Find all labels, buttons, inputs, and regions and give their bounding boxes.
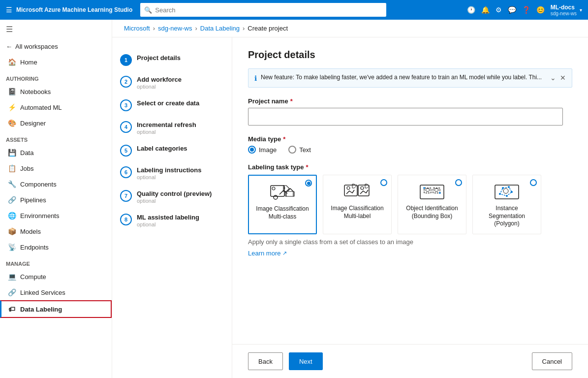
search-icon: 🔍 bbox=[144, 6, 152, 14]
learn-more-link[interactable]: Learn more ↗ bbox=[248, 250, 287, 257]
home-icon: 🏠 bbox=[7, 58, 16, 66]
breadcrumb-microsoft[interactable]: Microsoft bbox=[124, 25, 150, 32]
jobs-icon: 📋 bbox=[7, 164, 16, 172]
sidebar-item-pipelines[interactable]: 🔗 Pipelines bbox=[0, 192, 112, 208]
task-icon-polygon bbox=[493, 181, 521, 201]
required-marker-media: * bbox=[283, 135, 285, 143]
notebooks-icon: 📓 bbox=[7, 88, 16, 95]
task-label-bounding-box: Object Identification (Bounding Box) bbox=[404, 205, 460, 220]
top-nav: ☰ Microsoft Azure Machine Learning Studi… bbox=[0, 0, 588, 20]
step-2[interactable]: 2 Add workforce optional bbox=[112, 71, 232, 94]
hamburger-icon[interactable]: ☰ bbox=[6, 6, 12, 14]
step-6[interactable]: 6 Labeling instructions optional bbox=[112, 161, 232, 185]
designer-icon: 🎨 bbox=[7, 119, 16, 127]
layout: ☰ ← All workspaces 🏠 Home Authoring 📓 No… bbox=[0, 20, 588, 378]
sidebar: ☰ ← All workspaces 🏠 Home Authoring 📓 No… bbox=[0, 20, 112, 378]
sidebar-item-endpoints[interactable]: 📡 Endpoints bbox=[0, 239, 112, 255]
step-8[interactable]: 8 ML assisted labeling optional bbox=[112, 209, 232, 232]
sidebar-toggle[interactable]: ☰ bbox=[0, 20, 112, 39]
back-all-workspaces[interactable]: ← All workspaces bbox=[0, 39, 112, 54]
step-5[interactable]: 5 Label categories bbox=[112, 140, 232, 161]
required-marker-task: * bbox=[306, 163, 308, 171]
sidebar-item-data[interactable]: 💾 Data bbox=[0, 145, 112, 160]
step-3[interactable]: 3 Select or create data bbox=[112, 94, 232, 116]
form-footer: Back Next Cancel bbox=[232, 344, 588, 378]
search-input[interactable] bbox=[155, 6, 323, 14]
task-icon-multilabel bbox=[343, 181, 371, 201]
task-type-group: Labeling task type * bbox=[248, 163, 572, 257]
main-content: Microsoft › sdg-new-ws › Data Labeling ›… bbox=[112, 20, 588, 378]
step-7[interactable]: 7 Quality control (preview) optional bbox=[112, 185, 232, 209]
sidebar-item-jobs[interactable]: 📋 Jobs bbox=[0, 160, 112, 176]
svg-point-17 bbox=[434, 189, 438, 191]
cancel-button[interactable]: Cancel bbox=[532, 352, 572, 370]
task-radio-polygon bbox=[530, 179, 537, 186]
task-type-label: Labeling task type * bbox=[248, 163, 572, 171]
chat-icon[interactable]: 💬 bbox=[508, 6, 516, 14]
breadcrumb-workspace[interactable]: sdg-new-ws bbox=[158, 25, 192, 32]
step-1[interactable]: 1 Project details bbox=[112, 49, 232, 71]
sidebar-item-automated-ml[interactable]: ⚡ Automated ML bbox=[0, 99, 112, 115]
data-icon: 💾 bbox=[7, 149, 16, 157]
step-4-circle: 4 bbox=[120, 121, 132, 133]
sidebar-section-assets: Assets bbox=[0, 131, 112, 145]
clock-icon[interactable]: 🕐 bbox=[467, 6, 475, 14]
step-4[interactable]: 4 Incremental refresh optional bbox=[112, 116, 232, 140]
bell-icon[interactable]: 🔔 bbox=[481, 6, 490, 14]
task-icon-multiclass bbox=[269, 182, 296, 201]
compute-icon: 💻 bbox=[7, 273, 16, 281]
media-type-text[interactable]: Text bbox=[288, 146, 311, 154]
sidebar-item-models[interactable]: 📦 Models bbox=[0, 223, 112, 239]
form-title: Project details bbox=[248, 49, 572, 61]
banner-close-icon[interactable]: ✕ bbox=[560, 74, 566, 82]
help-icon[interactable]: ❓ bbox=[522, 6, 530, 14]
svg-point-6 bbox=[347, 187, 350, 189]
radio-text-circle bbox=[288, 146, 296, 154]
svg-point-4 bbox=[284, 188, 285, 189]
step-7-circle: 7 bbox=[120, 190, 132, 202]
user-menu[interactable]: ML-docs sdg-new-ws ▾ bbox=[551, 4, 582, 16]
breadcrumb-sep1: › bbox=[153, 25, 155, 32]
sidebar-item-linked-services[interactable]: 🔗 Linked Services bbox=[0, 284, 112, 300]
media-type-radio-group: Image Text bbox=[248, 146, 572, 154]
step-1-circle: 1 bbox=[120, 54, 132, 66]
chevron-down-icon: ▾ bbox=[580, 7, 582, 13]
task-card-polygon[interactable]: Instance Segmentation (Polygon) bbox=[472, 175, 541, 234]
sidebar-item-data-labeling[interactable]: 🏷 Data Labeling bbox=[0, 300, 112, 318]
task-card-multiclass[interactable]: Image Classification Multi-class bbox=[248, 175, 317, 234]
user-icon[interactable]: 😊 bbox=[536, 6, 545, 14]
sidebar-item-designer[interactable]: 🎨 Designer bbox=[0, 115, 112, 131]
back-button[interactable]: Back bbox=[248, 352, 283, 370]
breadcrumb-sep2: › bbox=[195, 25, 197, 32]
settings-icon[interactable]: ⚙ bbox=[495, 6, 502, 14]
breadcrumb-sep3: › bbox=[243, 25, 245, 32]
step-8-circle: 8 bbox=[120, 214, 132, 225]
task-radio-multiclass bbox=[305, 180, 312, 187]
sidebar-section-manage: Manage bbox=[0, 255, 112, 269]
sidebar-item-compute[interactable]: 💻 Compute bbox=[0, 269, 112, 284]
project-name-label: Project name * bbox=[248, 97, 572, 105]
wizard-steps: 1 Project details 2 Add workforce option… bbox=[112, 37, 232, 378]
next-button[interactable]: Next bbox=[289, 352, 323, 370]
svg-point-21 bbox=[508, 186, 510, 188]
sidebar-item-home[interactable]: 🏠 Home bbox=[0, 54, 112, 70]
breadcrumb-data-labeling[interactable]: Data Labeling bbox=[200, 25, 240, 32]
chevron-down-icon: ▾ bbox=[374, 6, 377, 13]
workspace-selector[interactable]: This workspace ▾ bbox=[326, 4, 382, 16]
top-nav-icons: 🕐 🔔 ⚙ 💬 ❓ 😊 ML-docs sdg-new-ws ▾ bbox=[467, 4, 582, 16]
project-name-input[interactable] bbox=[248, 108, 563, 126]
pipelines-icon: 🔗 bbox=[7, 196, 16, 204]
svg-point-24 bbox=[499, 193, 501, 195]
task-card-bounding-box[interactable]: Object Identification (Bounding Box) bbox=[398, 175, 466, 234]
sidebar-item-components[interactable]: 🔧 Components bbox=[0, 176, 112, 192]
info-icon: ℹ bbox=[254, 74, 257, 82]
banner-expand-icon[interactable]: ⌄ bbox=[550, 74, 556, 82]
task-cards: Image Classification Multi-class bbox=[248, 175, 572, 234]
svg-point-8 bbox=[361, 187, 364, 189]
project-name-group: Project name * bbox=[248, 97, 572, 126]
task-card-multilabel[interactable]: Image Classification Multi-label bbox=[323, 175, 392, 234]
required-marker: * bbox=[290, 97, 293, 105]
media-type-image[interactable]: Image bbox=[248, 146, 277, 154]
sidebar-item-environments[interactable]: 🌐 Environments bbox=[0, 208, 112, 223]
sidebar-item-notebooks[interactable]: 📓 Notebooks bbox=[0, 84, 112, 99]
